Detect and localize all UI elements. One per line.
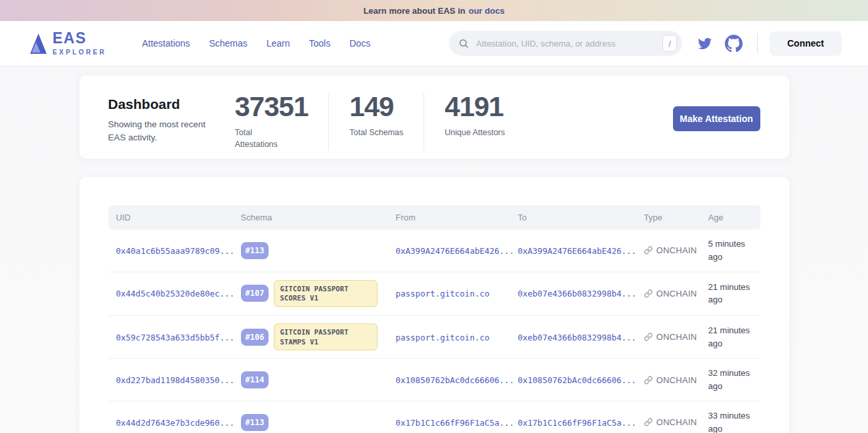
stat-label: Total Schemas	[349, 127, 403, 138]
age-label: 21 minutes ago	[708, 325, 750, 348]
table-body: 0x40a1c6b55aaa9789c09...#1130xA399A2476E…	[108, 230, 760, 433]
nav-item-attestations[interactable]: Attestations	[142, 38, 190, 49]
column-header-to: To	[510, 205, 636, 230]
stat: 149Total Schemas	[328, 93, 423, 150]
from-link[interactable]: passport.gitcoin.co	[396, 333, 490, 342]
banner-text: Learn more about EAS in	[363, 6, 465, 16]
eas-logo[interactable]: EAS EXPLORER	[30, 31, 106, 56]
eas-triangle-icon	[30, 33, 47, 54]
attestations-table-card: UIDSchemaFromToTypeAge 0x40a1c6b55aaa978…	[79, 177, 789, 433]
to-link[interactable]: 0xeb07e4366b0832998b4...	[518, 289, 637, 299]
stat: 4191Unique Attestors	[423, 93, 525, 150]
type-cell: ONCHAIN	[644, 289, 698, 299]
link-icon	[644, 289, 653, 298]
link-icon	[644, 333, 653, 341]
type-cell: ONCHAIN	[644, 332, 698, 342]
column-header-schema: Schema	[233, 205, 388, 230]
type-cell: ONCHAIN	[644, 375, 698, 385]
age-label: 5 minutes ago	[708, 239, 745, 262]
type-cell: ONCHAIN	[644, 245, 698, 255]
to-link[interactable]: 0x17b1C1c66fF96F1aC5a...	[518, 418, 637, 428]
uid-link[interactable]: 0x44d5c40b25320de80ec...	[116, 289, 235, 299]
link-icon	[644, 376, 653, 384]
stat-value: 4191	[445, 93, 505, 121]
dashboard-card: Dashboard Showing the most recent EAS ac…	[79, 75, 789, 159]
age-label: 21 minutes ago	[708, 282, 750, 305]
stat-value: 149	[349, 93, 403, 121]
type-cell: ONCHAIN	[644, 417, 698, 427]
dashboard-stats: 37351Total Attestations149Total Schemas4…	[235, 93, 526, 150]
link-icon	[644, 246, 653, 255]
to-link[interactable]: 0x10850762bAc0dc66606...	[518, 375, 637, 385]
to-link[interactable]: 0xA399A2476E664abE426...	[518, 246, 637, 256]
search-shortcut-key: /	[662, 35, 677, 52]
uid-link[interactable]: 0x44d2d7643e7b3cde960...	[116, 418, 235, 428]
header-divider	[757, 33, 758, 53]
column-header-uid: UID	[108, 205, 233, 230]
twitter-link[interactable]	[697, 37, 713, 51]
table-row: 0x44d2d7643e7b3cde960...#1130x17b1C1c66f…	[108, 402, 760, 433]
logo-subtitle: EXPLORER	[53, 49, 106, 56]
nav-item-learn[interactable]: Learn	[267, 38, 290, 49]
schema-id-badge[interactable]: #114	[241, 371, 269, 388]
schema-id-badge[interactable]: #113	[241, 242, 269, 259]
stat-label: Total Attestations	[235, 127, 294, 150]
schema-name-badge[interactable]: GITCOIN PASSPORT SCORES V1	[274, 280, 378, 307]
nav-item-docs[interactable]: Docs	[349, 38, 370, 49]
github-icon	[725, 35, 743, 52]
search-input[interactable]	[475, 38, 657, 49]
stat: 37351Total Attestations	[235, 93, 329, 150]
link-icon	[644, 418, 653, 426]
type-label: ONCHAIN	[657, 332, 697, 342]
table-row: 0x59c728543a633d5bb5f...#106GITCOIN PASS…	[108, 316, 760, 359]
main-nav: AttestationsSchemasLearnToolsDocs	[142, 38, 370, 49]
table-row: 0xd227bad1198d4580350...#1140x10850762bA…	[108, 359, 760, 402]
page-title: Dashboard	[108, 96, 235, 112]
uid-link[interactable]: 0x59c728543a633d5bb5f...	[116, 333, 235, 342]
from-link[interactable]: 0xA399A2476E664abE426...	[396, 246, 515, 256]
table-row: 0x44d5c40b25320de80ec...#107GITCOIN PASS…	[108, 272, 760, 315]
to-link[interactable]: 0xeb07e4366b0832998b4...	[518, 333, 637, 342]
from-link[interactable]: 0x10850762bAc0dc66606...	[396, 375, 515, 385]
schema-name-badge[interactable]: GITCOIN PASSPORT STAMPS V1	[274, 323, 378, 350]
search-bar[interactable]: /	[449, 31, 682, 56]
banner-docs-link[interactable]: our docs	[469, 6, 505, 16]
nav-item-schemas[interactable]: Schemas	[209, 38, 247, 49]
schema-id-badge[interactable]: #106	[241, 329, 269, 346]
top-header: EAS EXPLORER AttestationsSchemasLearnToo…	[0, 21, 868, 66]
nav-item-tools[interactable]: Tools	[309, 38, 331, 49]
from-link[interactable]: 0x17b1C1c66fF96F1aC5a...	[396, 418, 515, 428]
type-label: ONCHAIN	[657, 245, 697, 255]
column-header-age: Age	[701, 205, 760, 230]
from-link[interactable]: passport.gitcoin.co	[396, 289, 490, 299]
twitter-icon	[697, 37, 713, 51]
type-label: ONCHAIN	[657, 375, 697, 385]
uid-link[interactable]: 0x40a1c6b55aaa9789c09...	[116, 246, 235, 256]
schema-id-badge[interactable]: #107	[241, 285, 269, 302]
table-row: 0x40a1c6b55aaa9789c09...#1130xA399A2476E…	[108, 230, 760, 272]
schema-id-badge[interactable]: #113	[241, 414, 269, 431]
social-links	[697, 35, 743, 52]
github-link[interactable]	[725, 35, 743, 52]
logo-title: EAS	[53, 31, 106, 46]
table-header-row: UIDSchemaFromToTypeAge	[108, 205, 760, 230]
announcement-banner[interactable]: Learn more about EAS in our docs	[0, 0, 868, 21]
stat-value: 37351	[235, 93, 309, 121]
uid-link[interactable]: 0xd227bad1198d4580350...	[116, 375, 235, 385]
age-label: 32 minutes ago	[708, 368, 750, 391]
search-icon	[458, 38, 469, 49]
connect-button[interactable]: Connect	[770, 31, 842, 56]
dashboard-subtitle: Showing the most recent EAS activity.	[108, 118, 225, 145]
column-header-from: From	[388, 205, 510, 230]
type-label: ONCHAIN	[657, 289, 697, 299]
attestations-table: UIDSchemaFromToTypeAge 0x40a1c6b55aaa978…	[108, 205, 760, 433]
age-label: 33 minutes ago	[708, 411, 750, 433]
make-attestation-button[interactable]: Make Attestation	[673, 106, 760, 131]
column-header-type: Type	[636, 205, 701, 230]
stat-label: Unique Attestors	[445, 127, 505, 138]
type-label: ONCHAIN	[657, 417, 697, 427]
